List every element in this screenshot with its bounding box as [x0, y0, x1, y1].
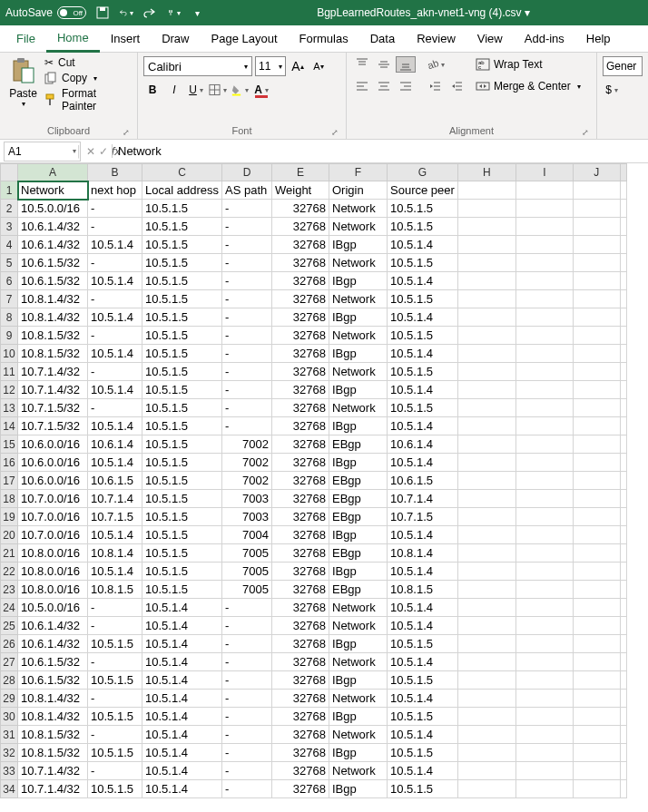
row-header-24[interactable]: 24	[1, 599, 18, 617]
cell[interactable]	[620, 617, 626, 635]
cell[interactable]	[457, 200, 515, 218]
cell[interactable]: IBgp	[329, 744, 388, 762]
cell[interactable]: IBgp	[329, 635, 388, 653]
cell[interactable]: -	[88, 290, 142, 308]
cell[interactable]: 10.5.1.5	[142, 308, 222, 327]
cell[interactable]	[620, 780, 626, 798]
cell[interactable]: 10.5.1.5	[88, 708, 142, 726]
cell[interactable]: -	[222, 327, 272, 345]
alignment-launcher-icon[interactable]: ⤢	[582, 128, 591, 137]
cell[interactable]	[515, 254, 573, 272]
cell[interactable]: 10.7.1.4/32	[18, 762, 88, 780]
cell[interactable]: -	[88, 327, 142, 345]
cell[interactable]	[515, 381, 573, 399]
orientation-button[interactable]: ab	[425, 56, 445, 73]
cell[interactable]: -	[88, 762, 142, 780]
cell[interactable]	[515, 327, 573, 345]
cell[interactable]: Network	[329, 218, 388, 236]
cell[interactable]	[573, 599, 620, 617]
cell[interactable]: 10.5.1.5	[142, 200, 222, 218]
currency-button[interactable]: $	[603, 82, 621, 98]
cell[interactable]: 10.5.1.4	[88, 454, 142, 472]
cell[interactable]: 7004	[222, 526, 272, 544]
cell[interactable]: 10.5.1.4	[88, 417, 142, 435]
cell[interactable]: 10.5.1.5	[142, 581, 222, 599]
cell[interactable]	[573, 435, 620, 454]
cell[interactable]: 10.5.1.5	[142, 508, 222, 526]
clipboard-launcher-icon[interactable]: ⤢	[123, 128, 132, 137]
col-header-D[interactable]: D	[222, 164, 272, 181]
cell[interactable]: 10.5.1.5	[142, 417, 222, 435]
cell[interactable]: 7002	[222, 454, 272, 472]
cell[interactable]	[573, 454, 620, 472]
cell[interactable]	[573, 744, 620, 762]
cell[interactable]: 10.5.1.4	[388, 762, 458, 780]
cell[interactable]: 10.5.1.5	[142, 254, 222, 272]
cell[interactable]	[620, 726, 626, 744]
cell[interactable]: -	[222, 399, 272, 417]
cell[interactable]	[457, 472, 515, 490]
cell[interactable]: 10.5.1.4	[388, 599, 458, 617]
row-header-2[interactable]: 2	[1, 200, 18, 218]
cell[interactable]: -	[88, 254, 142, 272]
cell[interactable]	[515, 345, 573, 363]
cell[interactable]: 10.5.1.5	[142, 218, 222, 236]
cell[interactable]: 32768	[272, 653, 329, 671]
cell[interactable]: 10.8.1.4	[88, 544, 142, 563]
tab-formulas[interactable]: Formulas	[289, 25, 359, 53]
cell[interactable]: IBgp	[329, 417, 388, 435]
cell[interactable]: 10.5.1.4	[88, 345, 142, 363]
tab-draw[interactable]: Draw	[151, 25, 200, 53]
cell[interactable]: 32768	[272, 290, 329, 308]
touch-mode-icon[interactable]: ▾	[166, 5, 181, 20]
cell[interactable]: 7002	[222, 472, 272, 490]
row-header-15[interactable]: 15	[1, 435, 18, 454]
cell[interactable]: -	[222, 635, 272, 653]
cell[interactable]: Weight	[272, 181, 329, 200]
cell[interactable]	[457, 381, 515, 399]
col-header-x[interactable]	[620, 164, 626, 181]
cell[interactable]: 10.5.1.5	[142, 381, 222, 399]
tab-home[interactable]: Home	[46, 25, 100, 53]
col-header-F[interactable]: F	[329, 164, 388, 181]
cell[interactable]: 10.6.1.5/32	[18, 272, 88, 290]
row-header-1[interactable]: 1	[1, 181, 18, 200]
cell[interactable]	[457, 744, 515, 762]
cell[interactable]: 10.7.0.0/16	[18, 508, 88, 526]
autosave-toggle[interactable]: AutoSave Off	[5, 6, 86, 19]
cell[interactable]: IBgp	[329, 563, 388, 581]
cell[interactable]	[515, 454, 573, 472]
col-header-G[interactable]: G	[388, 164, 458, 181]
tab-data[interactable]: Data	[359, 25, 406, 53]
cell[interactable]	[457, 417, 515, 435]
cell[interactable]	[620, 272, 626, 290]
cell[interactable]: Network	[329, 617, 388, 635]
align-top-button[interactable]	[352, 56, 372, 73]
cell[interactable]: 32768	[272, 417, 329, 435]
cell[interactable]: Network	[329, 762, 388, 780]
cell[interactable]	[573, 490, 620, 508]
cell[interactable]: Network	[329, 327, 388, 345]
row-header-8[interactable]: 8	[1, 308, 18, 327]
cell[interactable]: Network	[329, 290, 388, 308]
cell[interactable]: 10.5.0.0/16	[18, 599, 88, 617]
cell[interactable]	[457, 563, 515, 581]
cell[interactable]: 7005	[222, 581, 272, 599]
align-center-button[interactable]	[374, 78, 394, 94]
cell[interactable]: Network	[329, 200, 388, 218]
align-right-button[interactable]	[396, 78, 416, 94]
cell[interactable]: 10.8.1.4/32	[18, 708, 88, 726]
cell[interactable]: 10.5.1.5	[388, 635, 458, 653]
cell[interactable]: 10.6.1.5/32	[18, 653, 88, 671]
cell[interactable]: 7005	[222, 563, 272, 581]
cell[interactable]	[515, 181, 573, 200]
cell[interactable]: -	[222, 726, 272, 744]
cell[interactable]	[573, 653, 620, 671]
cell[interactable]: 10.7.1.4	[388, 490, 458, 508]
cell[interactable]: IBgp	[329, 308, 388, 327]
cell[interactable]	[457, 327, 515, 345]
cell[interactable]	[515, 417, 573, 435]
cell[interactable]	[620, 308, 626, 327]
cell[interactable]: 10.6.1.4/32	[18, 236, 88, 254]
cell[interactable]	[573, 181, 620, 200]
